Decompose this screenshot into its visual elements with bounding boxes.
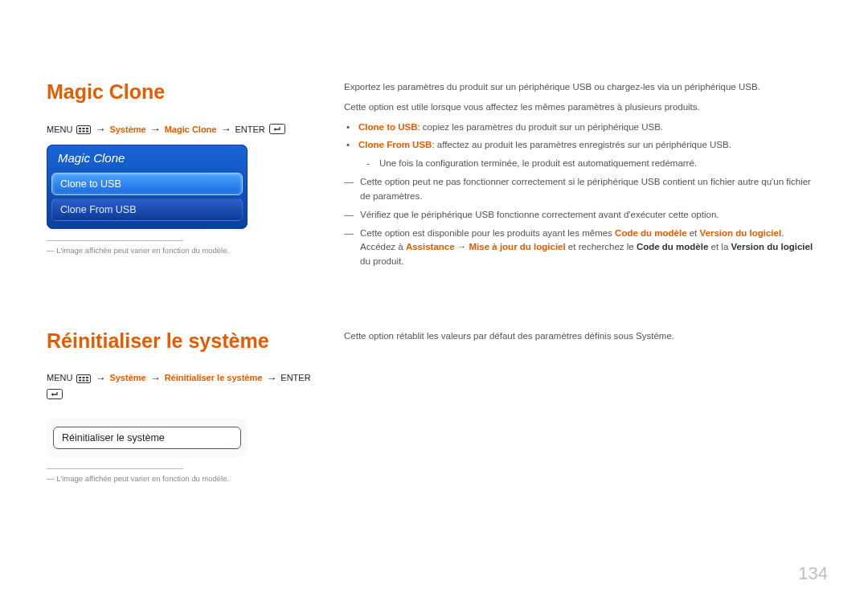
svg-rect-1 [79,128,81,129]
menu-grid-icon [76,373,91,383]
svg-rect-4 [79,130,81,132]
svg-rect-0 [77,125,91,133]
svg-rect-8 [77,374,91,382]
note-line: ― Cette option est disponible pour les p… [344,227,821,269]
section-reinit-systeme: Réinitialiser le système MENU → Système … [47,329,821,483]
svg-rect-10 [83,377,85,378]
sub-bullet: - Une fois la configuration terminée, le… [363,157,821,171]
footnote-rule [47,468,183,469]
section-magic-clone: Magic Clone MENU → Système → Magic Clone… [47,80,821,273]
label-clone-to-usb: Clone to USB [358,122,417,132]
breadcrumb-enter-label: ENTER [235,125,264,134]
label-clone-from-usb: Clone From USB [358,140,432,149]
svg-rect-12 [79,379,81,381]
svg-rect-5 [83,130,85,132]
svg-rect-6 [86,130,88,132]
osd-item-clone-from-usb[interactable]: Clone From USB [51,198,243,221]
breadcrumb-magic-clone: MENU → Système → Magic Clone → ENTER [47,123,312,135]
arrow-icon: → [220,123,231,135]
breadcrumb-systeme: Système [109,125,145,134]
paragraph: Exportez les paramètres du produit sur u… [344,80,821,95]
breadcrumb-menu-label: MENU [47,125,72,134]
bullet-clone-to-usb: • Clone to USB: copiez les paramètres du… [344,121,821,135]
heading-magic-clone: Magic Clone [47,80,312,104]
osd-title: Magic Clone [47,145,248,170]
footnote-text: L'image affichée peut varier en fonction… [47,246,312,255]
paragraph: Cette option rétablit les valeurs par dé… [344,329,821,344]
arrow-icon: → [95,372,105,384]
footnote-rule [47,240,183,241]
osd-window-reinit: Réinitialiser le système [47,419,248,457]
breadcrumb-reinit-label: Réinitialiser le système [165,373,263,382]
arrow-icon: → [150,372,161,384]
note-line: ― Cette option peut ne pas fonctionner c… [344,175,821,204]
enter-icon [269,124,285,135]
breadcrumb-systeme: Système [109,373,145,382]
svg-rect-13 [83,379,85,381]
heading-reinit: Réinitialiser le système [47,329,312,353]
description-magic-clone: Exportez les paramètres du produit sur u… [344,80,821,273]
svg-rect-3 [86,128,88,129]
note-line: ― Vérifiez que le périphérique USB fonct… [344,208,821,223]
paragraph: Cette option est utile lorsque vous affe… [344,100,821,115]
arrow-icon: → [95,123,105,135]
arrow-icon: → [266,372,276,384]
breadcrumb-reinit: MENU → Système → Réinitialiser le systèm… [47,372,312,399]
breadcrumb-magic-clone-label: Magic Clone [165,125,217,134]
osd-item-reinit[interactable]: Réinitialiser le système [53,427,241,449]
enter-icon [47,388,63,399]
description-reinit: Cette option rétablit les valeurs par dé… [344,329,821,483]
svg-rect-11 [86,377,88,378]
breadcrumb-menu-label: MENU [47,373,72,382]
page-number: 134 [798,563,828,584]
osd-item-clone-to-usb[interactable]: Clone to USB [51,173,243,195]
bullet-clone-from-usb: • Clone From USB: affectez au produit le… [344,138,821,153]
breadcrumb-enter-label: ENTER [280,373,310,382]
menu-grid-icon [76,124,91,134]
svg-rect-9 [79,377,81,378]
svg-rect-14 [86,379,88,381]
svg-rect-2 [83,128,85,129]
arrow-icon: → [150,123,161,135]
footnote-text: L'image affichée peut varier en fonction… [47,474,312,483]
osd-window-magic-clone: Magic Clone Clone to USB Clone From USB [47,145,248,229]
